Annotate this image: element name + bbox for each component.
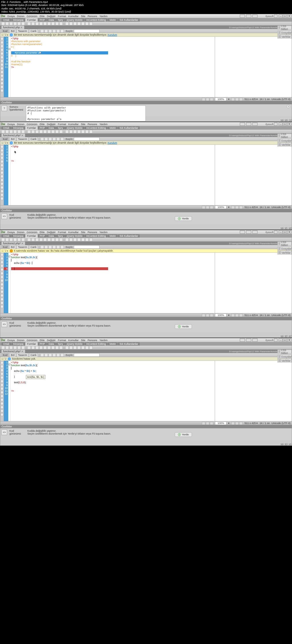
gutter-icon[interactable] (1, 45, 3, 48)
menu-help[interactable]: Yardım (100, 15, 108, 18)
sb-icon[interactable] (206, 98, 209, 101)
toolbar-button[interactable] (81, 22, 85, 25)
sb-icon[interactable] (231, 98, 235, 101)
sidebar-assets[interactable]: Varlıklar (277, 35, 292, 38)
gutter-icon[interactable] (1, 56, 3, 59)
toolbar-button[interactable] (35, 22, 39, 25)
toolbar-icon[interactable] (52, 29, 56, 33)
view-code[interactable]: Kod (1, 29, 9, 33)
toolbar-icon[interactable] (44, 29, 48, 33)
gutter-icon[interactable] (1, 52, 3, 55)
search-button[interactable] (274, 15, 277, 18)
gutter-icon[interactable] (1, 37, 3, 40)
toolbar-button[interactable] (39, 22, 43, 25)
tab-data[interactable]: Data (47, 18, 56, 22)
notice-nav[interactable]: 1 / 2 ▸ (1, 33, 9, 36)
toolbar-button[interactable] (73, 22, 77, 25)
properties-panel-header[interactable]: Özellikler (0, 101, 292, 104)
view-live[interactable]: Canlı (29, 29, 38, 33)
toolbar-button[interactable] (17, 22, 21, 25)
design-view[interactable] (215, 37, 292, 97)
refresh-button[interactable]: Yenile (175, 432, 192, 437)
sidebar-files[interactable]: Dosyalar (277, 31, 292, 34)
sb-icon[interactable] (239, 98, 243, 101)
gutter-icon[interactable] (1, 78, 3, 81)
toolbar-button[interactable] (65, 22, 69, 25)
gutter-icon[interactable] (1, 74, 3, 77)
code-editor[interactable]: <?php ?> (11, 145, 215, 205)
tab-forms[interactable]: Formlar (25, 18, 38, 22)
menu-edit[interactable]: Düzen (17, 15, 25, 18)
toolbar-button[interactable] (9, 22, 13, 25)
toolbar-icon[interactable] (56, 29, 60, 33)
tab-php[interactable]: PHP (38, 18, 47, 22)
gutter-icon[interactable] (1, 71, 3, 74)
toolbar-button[interactable] (43, 22, 47, 25)
menu-commands[interactable]: Komutlar (68, 15, 79, 18)
toolbar-button[interactable] (51, 22, 55, 25)
gutter-icon[interactable] (1, 41, 3, 44)
fold-minus-icon[interactable]: - (9, 256, 10, 257)
minimize-button[interactable]: — (279, 15, 283, 18)
tab-ice[interactable]: InContext Editing (85, 18, 108, 22)
setup-link[interactable]: Kurulum (108, 33, 117, 36)
help-icon[interactable]: ? (287, 105, 290, 108)
sb-icon[interactable] (202, 98, 205, 101)
toolbar-button[interactable] (1, 22, 5, 25)
tab-close-icon[interactable]: ✕ (21, 26, 23, 29)
close-button[interactable]: ✕ (287, 15, 291, 18)
fold-minus-icon[interactable]: - (9, 48, 10, 50)
sb-icon[interactable] (235, 98, 239, 101)
toolbar-button[interactable] (85, 22, 89, 25)
toolbar-button[interactable] (69, 22, 73, 25)
tab-layout[interactable]: Mizanpaj (11, 18, 25, 22)
toolbar-button[interactable] (21, 22, 25, 25)
gutter-icon[interactable] (1, 85, 3, 88)
menu-window[interactable]: Pencere (88, 15, 97, 18)
menu-view[interactable]: Görünüm (27, 15, 38, 18)
sidebar-css[interactable]: CSS Stilleri (277, 26, 292, 29)
toolbar-button[interactable] (47, 22, 51, 25)
tab-spry[interactable]: Spry (56, 18, 65, 22)
toolbar-button[interactable] (59, 22, 63, 25)
toolbar-button[interactable] (77, 22, 81, 25)
server-markup-content[interactable]: #functions with parameter #function name… (26, 105, 146, 121)
toolbar-button[interactable] (13, 22, 17, 25)
title-input[interactable] (74, 29, 100, 33)
document-tab[interactable]: functions2.php✕ (1, 26, 24, 29)
extend-dropdown[interactable] (246, 15, 251, 18)
gutter-icon[interactable] (1, 48, 3, 51)
refresh-button[interactable]: Yenile (175, 324, 192, 329)
menu-format[interactable]: Format (58, 15, 66, 18)
gutter-icon[interactable] (1, 60, 3, 62)
view-split[interactable]: Böl (9, 29, 16, 33)
toolbar-icon[interactable] (60, 29, 64, 33)
code-editor[interactable]: <?php function test($a,$b,$c){ echo ($a … (11, 253, 215, 313)
gutter-icon[interactable] (1, 63, 3, 66)
tab-common[interactable]: Ortak (1, 18, 11, 22)
toolbar-button[interactable] (89, 22, 93, 25)
menu-modify[interactable]: Değiştir (47, 15, 56, 18)
gutter-icon[interactable] (1, 82, 3, 85)
toolbar-icon[interactable] (48, 29, 52, 33)
gutter-icon[interactable] (1, 67, 3, 70)
view-design[interactable]: Tasarım (17, 29, 29, 33)
menu-insert[interactable]: Ekle (40, 15, 45, 18)
workspace-dropdown[interactable] (252, 15, 257, 18)
refresh-button[interactable]: Yenile (175, 216, 192, 221)
tab-text[interactable]: Metin (108, 18, 117, 22)
gutter-icon[interactable] (1, 89, 3, 92)
sb-icon[interactable] (210, 98, 213, 101)
toolbar-button[interactable] (55, 22, 59, 25)
code-editor[interactable]: <?php function test($a,$b,$c){ echo ($a … (11, 361, 215, 421)
zoom-level[interactable]: 100% (215, 97, 226, 101)
toolbar-button[interactable] (5, 22, 9, 25)
tab-fav[interactable]: Sık Kullanılanlar (118, 18, 140, 22)
code-editor[interactable]: <?php #functions with parameter #functio… (11, 37, 215, 97)
toolbar-icon[interactable] (40, 29, 44, 33)
menu-file[interactable]: Dosya (7, 15, 15, 18)
layout-dropdown[interactable] (240, 15, 245, 18)
toolbar-button[interactable] (27, 22, 31, 25)
tab-jquery[interactable]: jQuery Mobile (65, 18, 84, 22)
menu-site[interactable]: Site (81, 15, 86, 18)
